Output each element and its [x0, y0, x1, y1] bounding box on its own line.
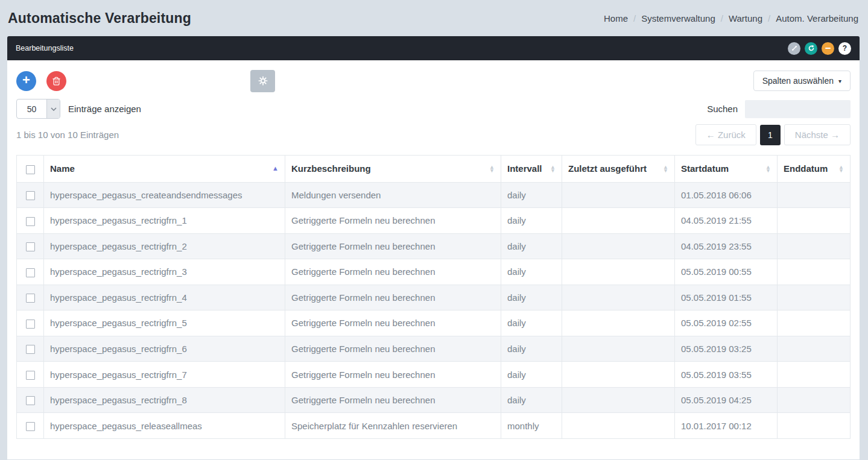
- cell-kurzbeschreibung: Getriggerte Formeln neu berechnen: [285, 259, 501, 285]
- cell-name: hyperspace_pegasus_rectrigfrn_6: [44, 336, 285, 362]
- info-row: 1 bis 10 von 10 Einträgen ← Zurück 1 Näc…: [16, 124, 851, 145]
- row-checkbox[interactable]: [26, 294, 35, 303]
- table-row: hyperspace_pegasus_rectrigfrn_3 Getrigge…: [17, 259, 851, 285]
- cell-startdatum: 05.05.2019 00:55: [675, 259, 778, 285]
- cell-intervall: daily: [501, 310, 562, 336]
- cell-kurzbeschreibung: Getriggerte Formeln neu berechnen: [285, 233, 501, 259]
- cell-startdatum: 04.05.2019 21:55: [675, 208, 778, 234]
- sort-icon: ▲▼: [489, 165, 495, 172]
- table-row: hyperspace_pegasus_rectrigfrn_4 Getrigge…: [17, 285, 851, 310]
- search-label: Suchen: [707, 104, 738, 114]
- page-length-select[interactable]: 50: [16, 99, 60, 119]
- toolbar: +: [16, 69, 851, 92]
- breadcrumb-systemverwaltung[interactable]: Systemverwaltung: [641, 13, 715, 24]
- settings-button[interactable]: [250, 70, 275, 92]
- cell-intervall: daily: [501, 387, 562, 413]
- cell-kurzbeschreibung: Getriggerte Formeln neu berechnen: [285, 362, 501, 388]
- column-header-kurzbeschreibung[interactable]: Kurzbeschreibung ▲▼: [285, 156, 501, 183]
- cell-intervall: daily: [501, 259, 562, 285]
- table-row: hyperspace_pegasus_rectrigfrn_7 Getrigge…: [17, 362, 851, 388]
- cell-zuletzt-ausgefuehrt: [562, 208, 675, 234]
- row-select-cell: [17, 413, 44, 439]
- table-row: hyperspace_pegasus_createandsendmessages…: [17, 182, 851, 208]
- breadcrumb-home[interactable]: Home: [604, 13, 628, 24]
- row-checkbox[interactable]: [26, 191, 35, 200]
- cell-zuletzt-ausgefuehrt: [562, 310, 675, 336]
- row-checkbox[interactable]: [26, 217, 35, 226]
- entries-info: 1 bis 10 von 10 Einträgen: [16, 130, 119, 140]
- column-header-intervall[interactable]: Intervall ▲▼: [501, 156, 562, 183]
- trash-icon: [52, 77, 61, 86]
- cell-startdatum: 10.01.2017 00:12: [675, 413, 778, 439]
- breadcrumb-separator: /: [768, 13, 770, 24]
- cell-enddatum: [778, 182, 851, 208]
- panel-title: Bearbeitungsliste: [16, 44, 74, 52]
- page-title: Automatische Verarbeitung: [8, 10, 191, 27]
- topbar: Automatische Verarbeitung Home / Systemv…: [0, 0, 868, 36]
- pagination-next-button[interactable]: Nächste →: [784, 124, 851, 145]
- table-body: hyperspace_pegasus_createandsendmessages…: [17, 182, 851, 438]
- breadcrumb: Home / Systemverwaltung / Wartung / Auto…: [604, 13, 858, 24]
- sort-asc-icon: ▲: [272, 165, 279, 172]
- breadcrumb-wartung[interactable]: Wartung: [729, 13, 762, 24]
- table-row: hyperspace_pegasus_rectrigfrn_8 Getrigge…: [17, 387, 851, 413]
- cell-enddatum: [778, 413, 851, 439]
- row-select-cell: [17, 362, 44, 388]
- help-icon[interactable]: ?: [838, 42, 851, 55]
- cell-name: hyperspace_pegasus_rectrigfrn_5: [44, 310, 285, 336]
- page-length-label: Einträge anzeigen: [68, 104, 141, 114]
- cell-name: hyperspace_pegasus_rectrigfrn_2: [44, 233, 285, 259]
- minus-icon[interactable]: [822, 42, 834, 55]
- chevron-down-icon: [46, 99, 60, 118]
- cell-zuletzt-ausgefuehrt: [562, 387, 675, 413]
- panel-header-icons: ?: [788, 42, 851, 55]
- breadcrumb-separator: /: [633, 13, 636, 24]
- cell-kurzbeschreibung: Getriggerte Formeln neu berechnen: [285, 285, 501, 310]
- cell-enddatum: [778, 285, 851, 310]
- row-checkbox[interactable]: [26, 345, 35, 354]
- cell-startdatum: 05.05.2019 03:25: [675, 336, 778, 362]
- cell-zuletzt-ausgefuehrt: [562, 336, 675, 362]
- select-all-checkbox[interactable]: [26, 165, 35, 174]
- refresh-icon[interactable]: [805, 42, 817, 55]
- row-checkbox[interactable]: [26, 371, 35, 380]
- column-header-name[interactable]: Name ▲: [44, 156, 285, 183]
- cell-zuletzt-ausgefuehrt: [562, 233, 675, 259]
- cell-zuletzt-ausgefuehrt: [562, 362, 675, 388]
- row-checkbox[interactable]: [26, 422, 35, 431]
- cell-enddatum: [778, 362, 851, 388]
- cell-name: hyperspace_pegasus_rectrigfrn_4: [44, 285, 285, 310]
- pagination-prev-button[interactable]: ← Zurück: [695, 124, 756, 145]
- table-header-row: Name ▲ Kurzbeschreibung ▲▼ Intervall ▲▼ …: [17, 156, 851, 183]
- cell-kurzbeschreibung: Meldungen versenden: [285, 182, 501, 208]
- row-select-cell: [17, 259, 44, 285]
- table-row: hyperspace_pegasus_rectrigfrn_2 Getrigge…: [17, 233, 851, 259]
- row-select-cell: [17, 387, 44, 413]
- column-header-zuletzt-ausgefuehrt[interactable]: Zuletzt ausgeführt ▲▼: [562, 156, 675, 183]
- row-checkbox[interactable]: [26, 320, 35, 329]
- column-header-startdatum[interactable]: Startdatum ▲▼: [675, 156, 778, 183]
- cell-kurzbeschreibung: Getriggerte Formeln neu berechnen: [285, 387, 501, 413]
- cell-name: hyperspace_pegasus_rectrigfrn_1: [44, 208, 285, 234]
- row-checkbox[interactable]: [26, 268, 35, 277]
- delete-button[interactable]: [46, 71, 66, 91]
- pagination-page-1[interactable]: 1: [760, 125, 781, 145]
- row-checkbox[interactable]: [26, 242, 35, 251]
- panel-body: +: [7, 60, 860, 459]
- cell-intervall: daily: [501, 182, 562, 208]
- search-area: Suchen: [707, 100, 851, 118]
- row-checkbox[interactable]: [26, 396, 35, 405]
- select-all-header: [17, 156, 44, 183]
- cell-kurzbeschreibung: Getriggerte Formeln neu berechnen: [285, 336, 501, 362]
- cell-zuletzt-ausgefuehrt: [562, 182, 675, 208]
- select-columns-button[interactable]: Spalten auswählen ▾: [753, 71, 851, 91]
- breadcrumb-current: Autom. Verarbeitung: [776, 13, 858, 24]
- search-input[interactable]: [745, 100, 851, 118]
- sort-icon: ▲▼: [838, 165, 844, 172]
- column-header-enddatum[interactable]: Enddatum ▲▼: [778, 156, 851, 183]
- cell-enddatum: [778, 336, 851, 362]
- pagination: ← Zurück 1 Nächste →: [695, 124, 851, 145]
- link-icon[interactable]: [788, 42, 800, 55]
- add-button[interactable]: +: [16, 71, 36, 91]
- row-select-cell: [17, 285, 44, 310]
